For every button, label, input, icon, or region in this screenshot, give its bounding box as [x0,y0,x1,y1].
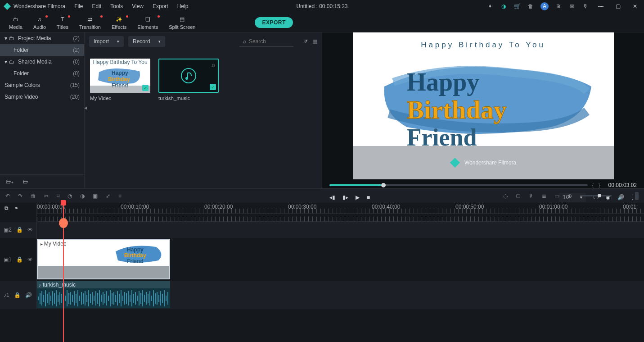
video-clip[interactable]: HappyBirthdayFriend ▸ My Video [37,239,170,279]
voiceover-icon[interactable]: 🎙 [528,193,534,199]
zoom-in-icon[interactable]: ⊕ [620,193,624,199]
menu-tools[interactable]: Tools [110,3,123,9]
lock-icon[interactable]: 🔒 [14,292,21,298]
cut-icon[interactable]: ✂ [44,193,49,199]
close-button[interactable]: ✕ [630,3,640,9]
sidebar-item-sample-video[interactable]: Sample Video (20) [0,91,84,103]
idea-icon[interactable]: ✦ [486,3,494,10]
prev-frame-button[interactable]: ◂▮ [329,194,335,201]
menu-file[interactable]: File [74,3,83,9]
delete-icon[interactable]: 🗑 [31,193,36,199]
media-toolbar: Import ▾ Record ▾ ⌕ ⧩ ▦ [85,32,322,50]
speed-icon[interactable]: ◔ [68,193,72,199]
media-item-audio[interactable]: ♫ ✓ turkish_music [158,59,219,101]
tab-media[interactable]: 🗀Media [4,14,28,31]
lock-icon[interactable]: 🔒 [16,227,23,233]
crop-icon[interactable]: ⌑ [57,193,59,199]
playhead-handle[interactable] [61,200,66,205]
sidebar-item-folder[interactable]: Folder (2) [0,44,84,56]
tab-transition[interactable]: ⇄Transition [74,14,106,31]
mic-icon[interactable]: 🎙 [582,3,589,10]
sidebar-item-shared-folder[interactable]: Folder (0) [0,68,84,79]
menu-export[interactable]: Export [153,3,168,9]
track-audio-body[interactable]: ♪ turkish_music [37,281,644,309]
filter-icon[interactable]: ⧩ [303,38,308,45]
timeline-ruler[interactable]: 00:00:00:00 00:00:10:00 00:00:20:00 00:0… [37,203,644,214]
audio-clip[interactable]: ♪ turkish_music [37,281,170,308]
cart-icon[interactable]: 🛒 [513,3,521,10]
trash-icon[interactable]: 🗑 [527,3,534,10]
speaker-icon[interactable]: 🔊 [25,292,32,298]
support-icon[interactable]: ◑ [500,3,507,10]
export-button[interactable]: EXPORT [255,17,293,28]
chain-icon[interactable]: ⚭ [14,205,18,211]
mail-icon[interactable]: ✉ [568,3,576,10]
settings-icon[interactable]: ≡ [118,193,122,199]
menu-edit[interactable]: Edit [92,3,102,9]
zoom-slider[interactable] [580,195,612,196]
preview-canvas[interactable]: Happy Birthday To You Happy Birthday Fri… [322,32,644,179]
tab-elements[interactable]: ❏Elements [132,14,163,31]
track-video-body[interactable]: HappyBirthdayFriend ▸ My Video [37,238,644,281]
sidebar-item-project-media[interactable]: ▾ 🗀 Project Media (2) [0,32,84,44]
menu-help[interactable]: Help [177,3,189,9]
minimize-button[interactable]: — [595,3,606,9]
shapes-icon: ❏ [144,15,152,23]
new-folder-plus-icon[interactable]: 🗁₊ [5,178,14,185]
svg-text:Birthday: Birthday [108,76,130,82]
tab-splitscreen[interactable]: ▤Split Screen [163,14,201,31]
tab-titles[interactable]: TTitles [51,14,74,31]
svg-text:Birthday: Birthday [124,252,146,259]
new-folder-icon[interactable]: 🗁 [23,178,28,185]
search-box[interactable]: ⌕ [239,36,293,47]
play-button[interactable]: ▶ [356,194,360,201]
account-icon[interactable]: A [540,2,549,10]
next-frame-button[interactable]: ▮▸ [342,194,348,201]
import-dropdown[interactable]: Import ▾ [89,36,124,47]
save-icon[interactable]: 🗎 [555,3,562,10]
scrub-knob[interactable] [381,183,386,187]
sidebar-item-shared-media[interactable]: ▾ 🗀 Shared Media (0) [0,56,84,68]
menu-view[interactable]: View [132,3,144,9]
undo-icon[interactable]: ↶ [5,193,10,199]
render-icon[interactable]: ◌ [503,193,508,199]
color-icon[interactable]: ◑ [80,193,85,199]
tab-audio[interactable]: ♫Audio [28,14,51,31]
mark-out-icon[interactable]: } [599,182,600,188]
svg-rect-20 [52,291,53,306]
media-item-video[interactable]: Happy Birthday To YouHappyBirthdayFriend… [90,59,150,101]
expand-icon[interactable]: ⤢ [106,193,110,199]
eye-icon[interactable]: 👁 [27,256,33,263]
video-thumbnail: Happy Birthday To YouHappyBirthdayFriend… [90,59,150,93]
timeline-scrollbar-handle[interactable] [635,192,639,200]
mixer-icon[interactable]: ≣ [542,193,546,199]
checkmark-icon: ✓ [210,84,216,90]
marker-icon[interactable]: ⬡ [516,193,520,199]
redo-icon[interactable]: ↷ [18,193,23,199]
stop-button[interactable]: ■ [367,194,370,201]
lock-icon[interactable]: 🔒 [16,256,23,263]
link-icon[interactable]: ⧉ [5,205,9,211]
svg-rect-51 [108,296,109,301]
playhead[interactable] [63,203,64,342]
notification-dot-icon [68,15,70,18]
track-icon[interactable]: ▭ [554,193,559,199]
search-input[interactable] [249,38,285,45]
eye-icon[interactable]: 👁 [27,227,33,233]
svg-rect-76 [153,290,154,306]
greenscreen-icon[interactable]: ▣ [93,193,98,199]
playhead-cut-icon[interactable] [59,218,68,228]
sidebar-item-sample-colors[interactable]: Sample Colors (15) [0,79,84,91]
track-fx-body[interactable] [37,222,644,238]
svg-text:Friend: Friend [127,258,144,264]
maximize-button[interactable]: ▢ [612,3,623,9]
grid-view-icon[interactable]: ▦ [312,38,317,45]
zoom-knob[interactable] [598,194,601,197]
app-logo-area: Wondershare Filmora [4,3,65,10]
record-dropdown[interactable]: Record ▾ [128,36,165,47]
scrub-bar[interactable] [329,184,588,186]
zoom-out-icon[interactable]: ⊖ [567,193,572,199]
tab-effects[interactable]: ✨Effects [106,14,132,31]
mark-in-icon[interactable]: { [592,182,594,188]
collapse-sidebar-icon[interactable]: ◂ [84,105,87,111]
